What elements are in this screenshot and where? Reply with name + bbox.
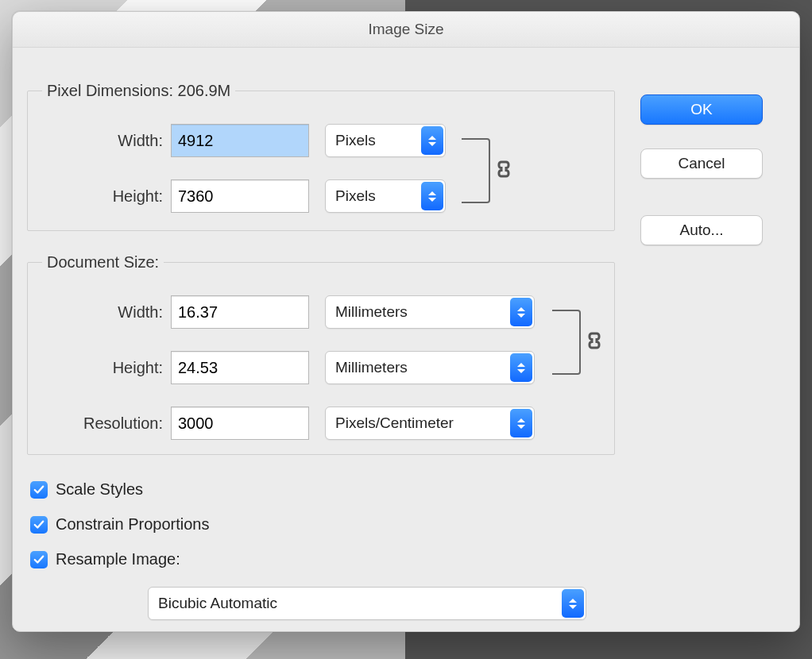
check-icon: [33, 554, 44, 565]
constrain-proportions-row[interactable]: Constrain Proportions: [30, 515, 209, 534]
document-size-group: Document Size: Width: Millimeters Height…: [27, 253, 615, 455]
ds-link-bracket: [552, 310, 581, 375]
check-icon: [33, 484, 44, 495]
pd-height-label: Height:: [28, 187, 171, 206]
pd-height-unit-select[interactable]: Pixels: [325, 179, 446, 213]
resample-image-label: Resample Image:: [56, 550, 180, 568]
ds-resolution-input[interactable]: [171, 407, 309, 440]
pixel-dimensions-group: Pixel Dimensions: 206.9M Width: Pixels H…: [27, 82, 615, 231]
check-icon: [33, 519, 44, 530]
image-size-dialog: Image Size Pixel Dimensions: 206.9M Widt…: [12, 11, 800, 632]
stepper-icon: [510, 409, 532, 437]
stepper-icon: [510, 353, 532, 382]
constrain-proportions-checkbox[interactable]: [30, 516, 48, 534]
pixel-dimensions-legend: Pixel Dimensions: 206.9M: [42, 82, 235, 100]
resample-image-row[interactable]: Resample Image:: [30, 550, 180, 568]
resample-image-checkbox[interactable]: [30, 551, 48, 568]
resample-method-value: Bicubic Automatic: [158, 595, 277, 612]
ds-width-unit-select[interactable]: Millimeters: [325, 295, 535, 329]
link-icon: [497, 159, 511, 179]
ds-resolution-unit-value: Pixels/Centimeter: [335, 414, 454, 432]
resample-method-select[interactable]: Bicubic Automatic: [148, 587, 586, 620]
dialog-title: Image Size: [13, 12, 799, 48]
scale-styles-label: Scale Styles: [56, 480, 143, 499]
pd-height-unit-value: Pixels: [335, 187, 376, 205]
stepper-icon: [421, 182, 443, 210]
pd-link-bracket: [462, 138, 490, 203]
scale-styles-row[interactable]: Scale Styles: [30, 480, 143, 499]
auto-button[interactable]: Auto...: [640, 215, 763, 245]
ds-height-input[interactable]: [171, 351, 309, 384]
stepper-icon: [510, 298, 532, 326]
document-size-legend: Document Size:: [42, 253, 164, 272]
ds-height-label: Height:: [28, 359, 171, 377]
ds-resolution-unit-select[interactable]: Pixels/Centimeter: [325, 407, 535, 440]
cancel-button[interactable]: Cancel: [640, 148, 763, 179]
scale-styles-checkbox[interactable]: [30, 481, 48, 499]
pd-width-unit-select[interactable]: Pixels: [325, 124, 446, 157]
stepper-icon: [421, 126, 443, 155]
ds-width-label: Width:: [28, 303, 171, 322]
pd-width-input[interactable]: [171, 124, 309, 157]
ds-resolution-label: Resolution:: [28, 414, 171, 433]
pd-height-input[interactable]: [171, 179, 309, 213]
pd-width-label: Width:: [28, 132, 171, 150]
constrain-proportions-label: Constrain Proportions: [56, 515, 209, 534]
ok-button[interactable]: OK: [640, 94, 763, 125]
pd-width-unit-value: Pixels: [335, 132, 376, 149]
ds-height-unit-select[interactable]: Millimeters: [325, 351, 535, 384]
stepper-icon: [562, 589, 584, 618]
ds-width-unit-value: Millimeters: [335, 303, 408, 321]
ds-height-unit-value: Millimeters: [335, 359, 408, 376]
link-icon: [587, 330, 601, 351]
ds-width-input[interactable]: [171, 295, 309, 329]
